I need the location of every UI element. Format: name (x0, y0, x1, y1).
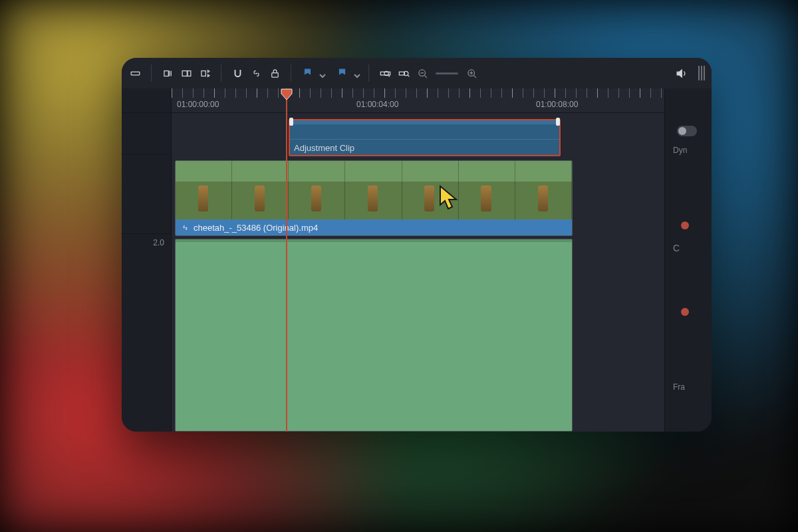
toolbar-separator (221, 65, 221, 82)
clip-top-bar (290, 120, 559, 124)
replace-clip-icon[interactable] (197, 65, 213, 81)
zoom-full-icon[interactable] (377, 65, 393, 81)
timecode-label: 01:00:00:00 (177, 100, 219, 109)
zoom-slider[interactable] (436, 72, 458, 74)
clip-inner-rule (290, 139, 559, 140)
timeline-tracks-area[interactable]: 01:00:00:00 01:00:04:00 01:00:08:00 Adju… (172, 88, 664, 432)
video-clip[interactable]: cheetah_-_53486 (Original).mp4 (175, 160, 573, 236)
inspector-label: Fra (673, 382, 685, 392)
overwrite-clip-icon[interactable] (178, 65, 194, 81)
thumbnail (345, 161, 402, 219)
playhead-line[interactable] (286, 88, 287, 432)
insert-clip-icon[interactable] (160, 65, 176, 81)
track-v2[interactable]: Adjustment Clip (172, 119, 664, 156)
clip-trim-handle-left[interactable] (289, 118, 293, 126)
audio-channel-label: 2.0 (153, 238, 164, 247)
inspector-panel-sliver: Dyn C Fra (664, 88, 712, 432)
marker-flag-solid-icon[interactable] (334, 65, 350, 81)
zoom-in-icon[interactable] (464, 65, 479, 81)
toolbar-separator (151, 65, 152, 82)
timeline-toolbar (122, 58, 712, 89)
thumbnail (232, 161, 289, 219)
thumbnail (289, 161, 345, 219)
toolbar-separator (291, 65, 291, 82)
link-icon (181, 223, 190, 232)
inspector-label: C (673, 243, 680, 253)
track-a1[interactable] (172, 239, 664, 432)
thumbnail (515, 161, 572, 219)
record-indicator-icon[interactable] (681, 308, 689, 316)
gutter-row (122, 113, 171, 155)
link-icon[interactable] (248, 65, 264, 81)
ruler-ticks-major (172, 88, 664, 98)
volume-icon[interactable] (673, 65, 689, 81)
timeline-options-icon[interactable] (698, 66, 706, 80)
timeline-panel: 2.0 01:00:00:00 01:00:04:00 01:00:08:00 (122, 58, 712, 432)
lock-icon[interactable] (267, 65, 283, 81)
timeline-body: 2.0 01:00:00:00 01:00:04:00 01:00:08:00 (122, 88, 712, 432)
gutter-row (122, 88, 171, 113)
audio-clip[interactable] (175, 239, 573, 432)
track-header-gutter: 2.0 (122, 88, 172, 432)
timecode-label: 01:00:04:00 (356, 100, 398, 109)
timecode-label: 01:00:08:00 (536, 100, 578, 109)
track-v1[interactable]: cheetah_-_53486 (Original).mp4 (172, 160, 664, 236)
svg-rect-0 (131, 72, 140, 75)
svg-rect-5 (271, 72, 278, 76)
gutter-row (122, 155, 171, 234)
zoom-detail-icon[interactable] (396, 65, 412, 81)
svg-rect-4 (201, 70, 205, 76)
timecode-ruler[interactable]: 01:00:00:00 01:00:04:00 01:00:08:00 (172, 88, 664, 113)
thumbnail (176, 161, 232, 219)
toolbar-separator (368, 65, 369, 82)
record-indicator-icon[interactable] (681, 221, 689, 229)
thumbnail (459, 161, 515, 219)
chevron-down-icon[interactable] (354, 70, 360, 76)
toggle-switch[interactable] (677, 126, 697, 136)
svg-rect-2 (182, 70, 187, 76)
clip-thumbnails (176, 161, 572, 219)
inspector-label: Dyn (673, 146, 687, 155)
adjustment-clip[interactable]: Adjustment Clip (289, 119, 561, 156)
playhead-marker-icon[interactable] (280, 88, 293, 102)
clip-label: Adjustment Clip (294, 143, 354, 153)
clip-trim-handle-right[interactable] (556, 118, 560, 126)
razor-icon[interactable] (127, 65, 143, 81)
clip-name-bar: cheetah_-_53486 (Original).mp4 (176, 219, 572, 235)
zoom-out-icon[interactable] (414, 65, 430, 81)
chevron-down-icon[interactable] (319, 70, 326, 76)
snap-icon[interactable] (229, 65, 245, 81)
marker-flag-outline-icon[interactable] (299, 65, 315, 81)
svg-rect-1 (164, 70, 168, 76)
gutter-row: 2.0 (122, 234, 171, 432)
clip-filename: cheetah_-_53486 (Original).mp4 (194, 223, 318, 233)
clip-top-bar (176, 239, 572, 242)
svg-rect-3 (188, 70, 191, 76)
mouse-cursor-icon (438, 185, 461, 214)
